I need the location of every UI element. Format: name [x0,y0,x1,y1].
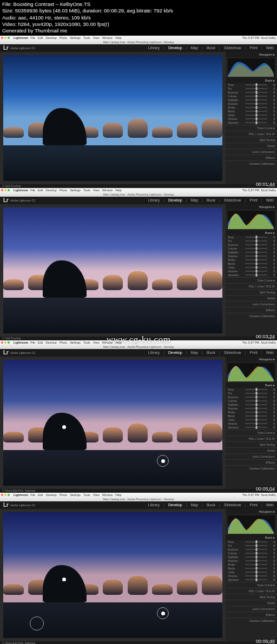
panel-header-camera[interactable]: Camera Calibration [226,465,277,471]
module-print[interactable]: Print [249,351,257,354]
slider-track[interactable] [245,415,267,417]
menu-item[interactable]: Edit [38,189,43,192]
app-menu[interactable]: Lightroom [14,189,28,192]
panel-header-lens[interactable]: Lens Corrections [226,301,277,307]
slider-track[interactable] [245,393,267,394]
menu-item[interactable]: Settings [70,341,81,344]
panel-header-basic[interactable]: Basic ▸ [226,230,277,236]
slider-blacks[interactable]: Blacks0 [226,262,277,266]
slider-track[interactable] [245,248,267,249]
menu-item[interactable]: Help [115,493,121,497]
panel-header-lens[interactable]: Lens Corrections [226,606,277,612]
slider-track[interactable] [245,122,267,123]
module-web[interactable]: Web [266,46,274,50]
slider-tint[interactable]: Tint0 [226,239,277,243]
slider-shadows[interactable]: Shadows0 [226,102,277,106]
module-book[interactable]: Book [207,351,215,354]
slider-contrast[interactable]: Contrast0 [226,552,277,555]
module-book[interactable]: Book [207,198,215,202]
panel-header-camera[interactable]: Camera Calibration [226,313,277,319]
window-controls[interactable] [1,494,10,496]
module-map[interactable]: Map [190,46,198,50]
menu-item[interactable]: Edit [38,36,43,39]
slider-highlights[interactable]: Highlights0 [226,555,277,559]
panel-header-hsl[interactable]: HSL / Color / B & W [226,131,277,137]
menu-item[interactable]: View [93,36,100,39]
slider-track[interactable] [245,549,267,550]
slider-vibrance[interactable]: Vibrance0 [226,422,277,426]
panel-header-effects[interactable]: Effects [226,612,277,618]
slider-track[interactable] [245,99,267,100]
module-print[interactable]: Print [249,46,257,50]
slider-contrast[interactable]: Contrast0 [226,95,277,98]
slider-whites[interactable]: Whites0 [226,563,277,567]
panel-header-split[interactable]: Split Toning [226,289,277,295]
status-left[interactable]: ☐ Show Edit Pins: Selected [2,641,35,644]
menu-item[interactable]: Tools [83,189,90,192]
slider-track[interactable] [245,408,267,409]
slider-exposure[interactable]: Exposure0 [226,548,277,552]
slider-saturation[interactable]: Saturation0 [226,578,277,582]
module-library[interactable]: Library [148,46,160,50]
menu-item[interactable]: Settings [70,36,81,39]
panel-header-histogram[interactable]: Histogram ▸ [226,204,277,210]
menu-item[interactable]: Develop [46,341,57,344]
slider-track[interactable] [245,274,267,276]
slider-track[interactable] [245,572,267,573]
module-library[interactable]: Library [148,198,160,202]
menu-item[interactable]: File [30,36,35,39]
menu-item[interactable]: Develop [46,493,57,497]
slider-track[interactable] [245,115,267,116]
slider-track[interactable] [245,575,267,576]
panel-header-split[interactable]: Split Toning [226,594,277,600]
panel-header-basic[interactable]: Basic ▸ [226,535,277,540]
slider-track[interactable] [245,118,267,119]
slider-contrast[interactable]: Contrast0 [226,399,277,403]
menu-item[interactable]: Settings [70,493,81,497]
histogram[interactable] [228,515,275,534]
module-slideshow[interactable]: Slideshow [224,503,241,507]
panel-header-basic[interactable]: Basic ▸ [226,78,277,83]
menu-item[interactable]: Window [102,189,113,192]
app-menu[interactable]: Lightroom [14,36,28,39]
slider-track[interactable] [245,404,267,405]
panel-header-lens[interactable]: Lens Corrections [226,453,277,459]
slider-temp[interactable]: Temp0 [226,83,277,87]
slider-track[interactable] [245,263,267,264]
module-map[interactable]: Map [190,503,198,507]
app-menu[interactable]: Lightroom [14,341,28,344]
slider-track[interactable] [245,568,267,569]
menu-item[interactable]: Window [102,493,113,497]
window-controls[interactable] [1,341,10,344]
panel-header-detail[interactable]: Detail [226,143,277,149]
slider-track[interactable] [245,579,267,580]
slider-track[interactable] [245,84,267,85]
panel-header-hsl[interactable]: HSL / Color / B & W [226,588,277,594]
menu-item[interactable]: Photo [60,341,67,344]
menu-item[interactable]: Window [102,341,113,344]
panel-header-camera[interactable]: Camera Calibration [226,618,277,623]
menu-item[interactable]: Develop [46,36,57,39]
menu-item[interactable]: View [93,493,100,497]
slider-track[interactable] [245,397,267,398]
menu-item[interactable]: Help [115,36,121,39]
slider-track[interactable] [245,111,267,112]
slider-clarity[interactable]: Clarity0 [226,113,277,117]
menu-item[interactable]: Photo [60,189,67,192]
slider-track[interactable] [245,541,267,542]
adjustment-brush-ring[interactable] [157,455,169,467]
slider-blacks[interactable]: Blacks0 [226,414,277,418]
slider-track[interactable] [245,96,267,97]
slider-vibrance[interactable]: Vibrance0 [226,117,277,121]
slider-shadows[interactable]: Shadows0 [226,254,277,258]
slider-track[interactable] [245,423,267,424]
menu-item[interactable]: Edit [38,341,43,344]
slider-tint[interactable]: Tint0 [226,87,277,91]
module-library[interactable]: Library [148,351,160,354]
module-develop[interactable]: Develop [168,198,182,202]
menu-item[interactable]: Help [115,189,121,192]
module-slideshow[interactable]: Slideshow [224,198,241,202]
panel-header-camera[interactable]: Camera Calibration [226,160,277,166]
menu-item[interactable]: Develop [46,189,57,192]
menu-item[interactable]: Photo [60,36,67,39]
